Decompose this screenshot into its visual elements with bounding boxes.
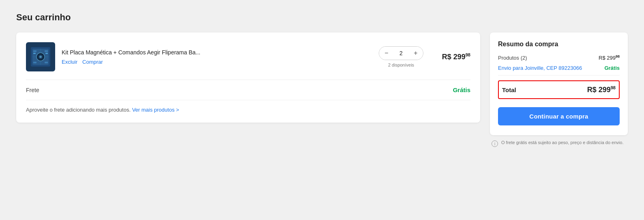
summary-products-label: Produtos (2) — [498, 55, 527, 61]
summary-shipping-row: Envio para Joinville, CEP 89223066 Gráti… — [498, 65, 620, 71]
freight-value: Grátis — [453, 86, 470, 93]
product-price: R$ 29998 — [430, 52, 470, 61]
svg-point-5 — [39, 56, 42, 58]
promo-text: Aproveite o frete adicionando mais produ… — [26, 107, 131, 113]
svg-rect-9 — [45, 53, 48, 54]
svg-rect-6 — [33, 50, 36, 52]
summary-total-label: Total — [502, 86, 516, 93]
product-info: Kit Placa Magnética + Comandos Aegir Fli… — [62, 49, 372, 65]
divider — [498, 75, 620, 75]
freight-row: Frete Grátis — [26, 80, 470, 100]
delete-link[interactable]: Excluir — [62, 59, 77, 65]
info-icon: i — [492, 140, 498, 147]
quantity-section: − 2 + 2 disponíveis — [379, 46, 423, 67]
buy-link[interactable]: Comprar — [82, 59, 103, 65]
product-image — [26, 42, 55, 71]
svg-rect-8 — [45, 50, 48, 52]
summary-products-row: Produtos (2) R$ 29998 — [498, 54, 620, 61]
cart-item: Kit Placa Magnética + Comandos Aegir Fli… — [26, 42, 470, 80]
summary-total-value: R$ 29998 — [587, 85, 616, 94]
see-more-products-link[interactable]: Ver mais produtos > — [132, 107, 179, 113]
promo-row: Aproveite o frete adicionando mais produ… — [26, 100, 470, 113]
svg-rect-11 — [45, 62, 48, 63]
price-sup: 98 — [466, 52, 470, 57]
summary-panel: Resumo da compra Produtos (2) R$ 29998 E… — [490, 32, 628, 147]
main-layout: Kit Placa Magnética + Comandos Aegir Fli… — [16, 32, 628, 147]
product-actions: Excluir Comprar — [62, 59, 372, 65]
svg-rect-7 — [33, 53, 36, 54]
checkout-button[interactable]: Continuar a compra — [498, 107, 620, 125]
free-shipping-note: i O frete grátis está sujeito ao peso, p… — [490, 140, 628, 147]
increase-quantity-button[interactable]: + — [408, 46, 423, 60]
freight-label: Frete — [26, 87, 39, 93]
summary-title: Resumo da compra — [498, 41, 620, 48]
shipping-address-link[interactable]: Envio para Joinville, CEP 89223066 — [498, 65, 582, 71]
cart-section: Kit Placa Magnética + Comandos Aegir Fli… — [16, 32, 480, 123]
price-main: R$ 299 — [442, 53, 466, 61]
free-shipping-note-text: O frete grátis está sujeito ao peso, pre… — [501, 140, 623, 145]
available-text: 2 disponíveis — [388, 63, 414, 67]
product-name: Kit Placa Magnética + Comandos Aegir Fli… — [62, 49, 372, 56]
summary-shipping-value: Grátis — [604, 65, 620, 71]
quantity-control: − 2 + — [379, 46, 423, 60]
decrease-quantity-button[interactable]: − — [379, 46, 394, 60]
page-title: Seu carrinho — [16, 12, 628, 23]
summary-products-value: R$ 29998 — [599, 54, 620, 61]
summary-total-row: Total R$ 29998 — [498, 80, 620, 99]
quantity-value: 2 — [394, 50, 408, 56]
summary-card: Resumo da compra Produtos (2) R$ 29998 E… — [490, 32, 628, 135]
svg-rect-10 — [33, 62, 36, 63]
